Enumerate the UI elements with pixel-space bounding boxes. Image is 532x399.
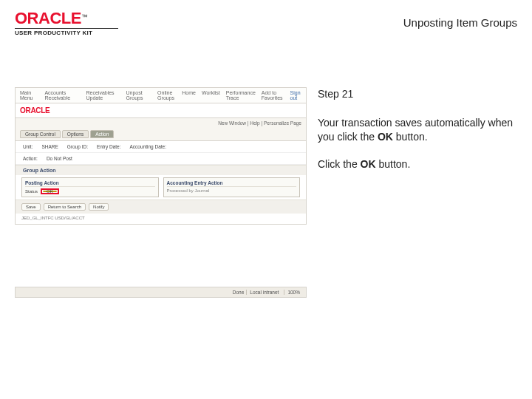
menu-main[interactable]: Main Menu xyxy=(20,90,38,100)
para2-pre: Click the xyxy=(318,158,361,170)
posting-action-box: Posting Action Status OK xyxy=(21,177,159,197)
browser-statusbar: Done Local intranet 100% xyxy=(15,287,307,298)
status-done: Done xyxy=(233,290,245,295)
notify-button[interactable]: Notify xyxy=(89,203,109,211)
link-perftrace[interactable]: Performance Trace xyxy=(226,90,256,100)
tab-options[interactable]: Options xyxy=(62,130,89,138)
menu-recvupdate[interactable]: Receivables Update xyxy=(86,90,120,100)
acct-entry-body: Processed by Journal xyxy=(167,188,297,193)
acct-entry-action-box: Accounting Entry Action Processed by Jou… xyxy=(163,177,301,197)
brand-subline: USER PRODUCTIVITY KIT xyxy=(15,28,118,36)
trademark: ™ xyxy=(81,13,88,21)
app-footer-info: JED_GL_INTFC USD/GL/ACCT xyxy=(16,214,306,224)
ok-highlight-frame: OK xyxy=(41,188,59,194)
link-signout[interactable]: Sign out xyxy=(290,90,301,100)
info-row-1: Unit: SHARE Group ID: Entry Date: Accoun… xyxy=(16,141,306,153)
save-button[interactable]: Save xyxy=(21,203,41,211)
top-right-links: Home Worklist Performance Trace Add to F… xyxy=(182,90,301,100)
page-title: Unposting Item Groups xyxy=(403,16,517,29)
app-oracle-logo: ORACLE xyxy=(20,106,50,115)
app-top-menu: Main Menu Accounts Receivable Receivable… xyxy=(16,88,306,103)
posting-action-body: Status OK xyxy=(25,188,155,194)
brand-oracle: ORACLE xyxy=(15,9,81,27)
unit-value: SHARE xyxy=(41,144,58,149)
link-favorites[interactable]: Add to Favorites xyxy=(262,90,284,100)
brand-block: ORACLE™ USER PRODUCTIVITY KIT xyxy=(15,10,118,36)
header: ORACLE™ USER PRODUCTIVITY KIT Unposting … xyxy=(15,10,517,36)
return-search-button[interactable]: Return to Search xyxy=(44,203,86,211)
info-row-2: Action: Do Not Post xyxy=(16,153,306,165)
para2-post: button. xyxy=(376,158,411,170)
status-zone: Local intranet xyxy=(246,290,282,295)
tab-action[interactable]: Action xyxy=(90,130,114,138)
menu-ar[interactable]: Accounts Receivable xyxy=(44,90,80,100)
app-logo-row: ORACLE xyxy=(16,103,306,118)
para2-bold: OK xyxy=(361,158,376,170)
brand-logo: ORACLE™ xyxy=(15,10,118,27)
personalize-links[interactable]: New Window | Help | Personalize Page xyxy=(16,118,306,128)
tab-strip: Group Control Options Action xyxy=(16,128,306,141)
action-value: Do Not Post xyxy=(47,156,72,161)
link-worklist[interactable]: Worklist xyxy=(202,90,220,100)
tab-group-control[interactable]: Group Control xyxy=(20,130,61,138)
group-action-panels: Posting Action Status OK Accounting Entr… xyxy=(16,175,306,200)
action-label: Action: xyxy=(23,156,38,161)
step-label: Step 21 xyxy=(318,87,516,101)
acctdate-label: Accounting Date: xyxy=(129,144,166,149)
groupid-label: Group ID: xyxy=(67,144,88,149)
entrydate-label: Entry Date: xyxy=(97,144,121,149)
link-home[interactable]: Home xyxy=(182,90,196,100)
menu-unpost[interactable]: Unpost Groups xyxy=(126,90,152,100)
para1-bold: OK xyxy=(378,131,393,143)
page-action-bar: Save Return to Search Notify xyxy=(16,200,306,214)
section-group-action: Group Action xyxy=(16,165,306,175)
instruction-panel: Step 21 Your transaction saves automatic… xyxy=(318,87,516,185)
status-zoom: 100% xyxy=(284,290,303,295)
app-screenshot: Main Menu Accounts Receivable Receivable… xyxy=(15,87,307,225)
para1-post: button. xyxy=(393,131,428,143)
acct-entry-title: Accounting Entry Action xyxy=(167,180,297,187)
status-label: Status xyxy=(25,189,38,194)
posting-action-title: Posting Action xyxy=(25,180,155,187)
instruction-para-2: Click the OK button. xyxy=(318,157,516,171)
unit-label: Unit: xyxy=(23,144,33,149)
instruction-para-1: Your transaction saves automatically whe… xyxy=(318,116,516,144)
menu-online[interactable]: Online Groups xyxy=(157,90,182,100)
ok-button[interactable]: OK xyxy=(43,191,57,192)
breadcrumb-menus: Main Menu Accounts Receivable Receivable… xyxy=(20,90,182,100)
